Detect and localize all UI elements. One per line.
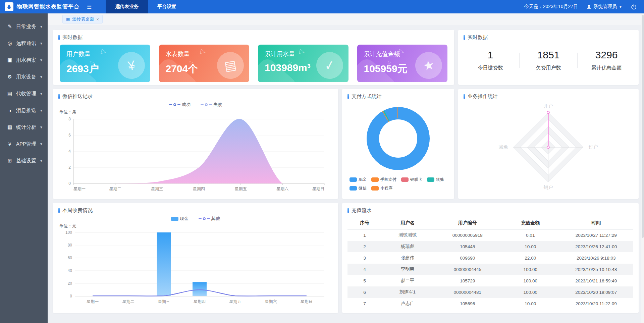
stat-value: 3296	[578, 49, 635, 61]
table-cell: 009690	[433, 252, 502, 264]
section-title: 支付方式统计	[342, 89, 454, 100]
section-title: 充值流水	[342, 203, 639, 214]
water-drop-icon	[6, 4, 12, 9]
table-header-row: 序号用户名用户编号充值金额时间	[347, 217, 633, 229]
table-cell: 22.00	[502, 252, 559, 264]
calendar-icon: ▦	[7, 124, 13, 130]
user-name: 系统管理员	[593, 4, 617, 10]
legend-label: 手机支付	[380, 177, 396, 182]
svg-text:60: 60	[68, 256, 72, 260]
sidebar-item[interactable]: ▦统计分析▼	[0, 119, 48, 136]
close-icon[interactable]: ×	[96, 17, 99, 22]
user-dropdown[interactable]: 系统管理员 ▼	[587, 4, 622, 10]
logout-power-button[interactable]	[631, 4, 637, 10]
chevron-down-icon: ▼	[619, 5, 622, 9]
realtime-stat: 3296累计优惠金额	[578, 49, 635, 71]
legend-item[interactable]: 微信	[350, 185, 367, 191]
top-menu: 远传表业务平台设置	[106, 0, 185, 13]
svg-text:星期日: 星期日	[301, 299, 313, 304]
legend-swatch-icon	[401, 177, 409, 182]
power-icon	[631, 4, 637, 10]
svg-text:过户: 过户	[589, 144, 598, 150]
stat-label: 欠费用户数	[520, 65, 577, 71]
scrollbar-thumb[interactable]	[642, 15, 644, 238]
legend-label: 现金	[359, 177, 367, 182]
app-logo	[5, 2, 13, 11]
legend-line-icon	[201, 104, 204, 105]
top-menu-item[interactable]: 平台设置	[148, 0, 185, 13]
svg-text:80: 80	[68, 243, 72, 248]
collapse-menu-icon[interactable]: ☰	[87, 4, 92, 10]
svg-text:星期四: 星期四	[194, 299, 206, 304]
realtime-stat: 1851欠费用户数	[520, 49, 577, 71]
grid-icon: ▦	[66, 17, 70, 21]
legend-line-icon	[199, 218, 202, 219]
svg-text:星期日: 星期日	[312, 186, 324, 191]
legend-item[interactable]: 成功	[169, 102, 191, 108]
svg-text:星期二: 星期二	[122, 299, 134, 304]
sidebar-item[interactable]: ◎远程通讯▼	[0, 35, 48, 52]
table-cell: 6	[347, 286, 382, 298]
legend-label: 其他	[211, 216, 220, 222]
svg-text:开户: 开户	[544, 103, 553, 109]
sidebar-item[interactable]: ⚙用水设备▼	[0, 68, 48, 85]
sidebar-item[interactable]: ¥APP管理▼	[0, 136, 48, 152]
sidebar: ✎日常业务▼◎远程通讯▼▣用水档案▼⚙用水设备▼▤代收管理▼◑消息推送▼▦统计分…	[0, 13, 48, 323]
legend-line-icon	[169, 104, 172, 105]
scrollbar[interactable]	[641, 13, 644, 323]
panel-payment-methods: 支付方式统计 现金手机支付银联卡转账微信小程序	[342, 89, 454, 199]
table-cell: 李明荣	[382, 264, 433, 275]
sidebar-item-label: 统计分析	[16, 124, 36, 130]
donut-legend: 现金手机支付银联卡转账微信小程序	[342, 170, 454, 191]
sidebar-item[interactable]: ◑消息推送▼	[0, 102, 48, 119]
sidebar-item[interactable]: ▤代收管理▼	[0, 85, 48, 102]
legend-item[interactable]: 现金	[350, 177, 367, 182]
svg-text:星期二: 星期二	[109, 186, 121, 191]
svg-text:星期四: 星期四	[193, 186, 205, 191]
pie-icon: ◑	[7, 108, 13, 113]
column-header: 序号	[347, 217, 382, 229]
section-title: 业务操作统计	[458, 89, 639, 100]
section-bar-icon	[464, 94, 465, 99]
stat-label: 今日缴费数	[462, 65, 519, 71]
table-cell: 105729	[433, 275, 502, 286]
donut-chart	[367, 107, 430, 170]
stat-card: ▷▷累计用水量103989m³✓	[258, 45, 348, 82]
legend-item[interactable]: 失败	[201, 102, 222, 108]
section-title: 微信推送记录	[53, 89, 338, 100]
chevron-down-icon: ▼	[40, 159, 43, 163]
user-icon	[587, 4, 591, 9]
sidebar-item-label: 用水档案	[16, 57, 36, 63]
panel-business-ops: 业务操作统计 开户过户销户减免	[458, 89, 639, 199]
column-header: 用户名	[382, 217, 433, 229]
card-label: 用户数量	[66, 50, 144, 58]
sidebar-item[interactable]: ⊞基础设置▼	[0, 152, 48, 169]
table-row: 2杨瑞彪10544810.002023/10/26 12:41:00	[347, 241, 633, 252]
table-cell: 2	[347, 241, 382, 252]
legend-item[interactable]: 其他	[199, 216, 220, 222]
top-menu-item[interactable]: 远传表业务	[106, 0, 148, 13]
table-cell: 00000004481	[433, 286, 502, 298]
svg-text:星期三: 星期三	[158, 299, 170, 304]
legend-item[interactable]: 转账	[427, 177, 444, 182]
legend-item[interactable]: 小程序	[371, 185, 392, 191]
table-row: 7卢志广10569610.002023/10/20 11:22:09	[347, 298, 633, 309]
legend-item[interactable]: 手机支付	[371, 177, 396, 182]
svg-text:6: 6	[68, 133, 71, 138]
table-cell: 张建伟	[382, 252, 433, 264]
table-row: 5郝二平105729100.002023/10/21 16:59:49	[347, 275, 633, 286]
tab-remote-meter-desktop[interactable]: ▦ 远传表桌面 ×	[62, 15, 103, 23]
tab-strip: ▦ 远传表桌面 ×	[48, 13, 644, 25]
radar-chart: 开户过户销户减免	[458, 100, 639, 195]
broadcast-icon: ◎	[7, 40, 13, 46]
column-header: 充值金额	[502, 217, 559, 229]
sidebar-item[interactable]: ▣用水档案▼	[0, 52, 48, 68]
legend-item[interactable]: 银联卡	[401, 177, 422, 182]
document-icon: ▤	[7, 91, 13, 97]
chart-legend: 成功失败	[53, 102, 338, 108]
legend-item[interactable]: 现金	[171, 216, 189, 222]
legend-swatch-icon	[350, 186, 357, 191]
sidebar-item[interactable]: ✎日常业务▼	[0, 18, 48, 35]
sidebar-item-label: 代收管理	[16, 91, 36, 97]
shield-yen-icon: ¥	[7, 141, 13, 147]
